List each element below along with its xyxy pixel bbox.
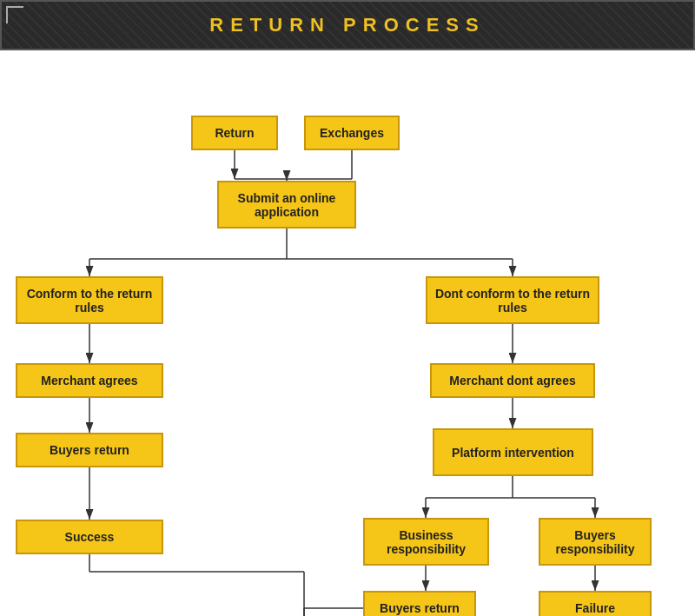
box-success: Success (16, 520, 163, 554)
header: RETURN PROCESS (0, 0, 695, 50)
box-exchanges: Exchanges (304, 116, 400, 150)
box-buyers-responsibility: Buyers responsibility (539, 518, 652, 566)
box-return: Return (191, 116, 278, 150)
box-buyers-return-right: Buyers return (363, 591, 476, 616)
box-submit: Submit an online application (217, 181, 356, 229)
box-business: Business responsibility (363, 518, 489, 566)
page-title: RETURN PROCESS (209, 14, 485, 36)
box-buyers-return-left: Buyers return (16, 433, 163, 467)
box-failure: Failure (539, 591, 652, 616)
box-merchant-dont: Merchant dont agrees (430, 363, 595, 398)
box-merchant-agrees: Merchant agrees (16, 363, 163, 398)
box-platform: Platform intervention (433, 428, 593, 476)
box-dont-conform: Dont conform to the return rules (426, 276, 599, 324)
box-conform: Conform to the return rules (16, 276, 163, 324)
diagram: Return Exchanges Submit an online applic… (0, 50, 695, 616)
